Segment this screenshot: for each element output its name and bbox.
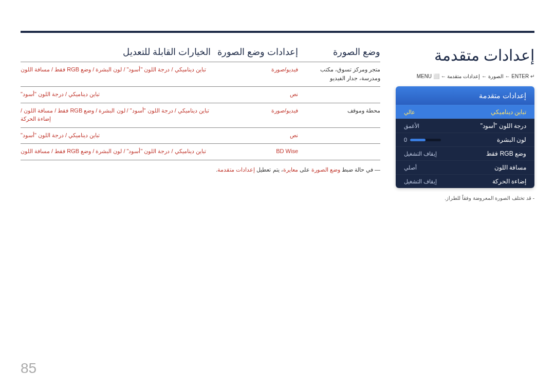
- fn-r3: إعدادات متقدمة: [217, 166, 255, 173]
- cell-opts: تباين ديناميكي / درجة اللون "أسود" / لون…: [21, 65, 211, 82]
- table-row: متجر ومركز تسوق، مكتب ومدرسة، جدار الفيد…: [21, 62, 380, 86]
- menu-row-motion-lighting[interactable]: إضاءة الحركة إيقاف التشغيل: [396, 174, 534, 188]
- menu-row-black-tone[interactable]: درجة اللون "أسود" الأغمق: [396, 119, 534, 133]
- menu-value-slider[interactable]: 0: [404, 137, 441, 143]
- page-title: إعدادات متقدمة: [396, 46, 534, 64]
- menu-label: لون البشرة: [497, 136, 526, 143]
- model-note: - قد تختلف الصورة المعروضة وفقاً للطراز.: [396, 195, 534, 201]
- slider-track: [410, 139, 441, 141]
- table-row: BD Wise تباين ديناميكي / درجة اللون "أسو…: [21, 143, 380, 160]
- menu-label: وضع RGB فقط: [486, 150, 526, 157]
- slider-number: 0: [404, 137, 407, 143]
- menu-row-color-space[interactable]: مسافة اللون أصلي: [396, 160, 534, 174]
- cell-mode: [298, 131, 380, 140]
- fn-pre: ― في حالة ضبط: [340, 166, 380, 173]
- cell-set: فيديو/صورة: [211, 106, 298, 123]
- menu-title: إعدادات متقدمة: [396, 86, 534, 105]
- table-row: نص تباين ديناميكي / درجة اللون "أسود": [21, 86, 380, 103]
- top-rule: [21, 31, 534, 33]
- cell-opts: تباين ديناميكي / درجة اللون "أسود": [21, 131, 211, 140]
- footnote: ― في حالة ضبط وضع الصورة على معايرة، يتم…: [21, 166, 380, 173]
- slider-fill: [410, 139, 425, 141]
- cell-set: BD Wise: [211, 147, 298, 156]
- col-header-opts: الخيارات القابلة للتعديل: [21, 46, 211, 58]
- col-header-set: إعدادات وضع الصورة: [211, 46, 298, 58]
- menu-label: درجة اللون "أسود": [480, 122, 526, 129]
- cell-set: نص: [211, 131, 298, 140]
- menu-row-dynamic-contrast[interactable]: تباين ديناميكي عالي: [396, 105, 534, 119]
- menu-label: إضاءة الحركة: [492, 178, 526, 185]
- breadcrumb: MENU ⬜ ← الصورة ← إعدادات متقدمة ← ENTER…: [396, 73, 534, 79]
- menu-row-flesh-tone[interactable]: لون البشرة 0: [396, 133, 534, 146]
- menu-row-rgb-only[interactable]: وضع RGB فقط إيقاف التشغيل: [396, 146, 534, 160]
- cell-set: نص: [211, 90, 298, 99]
- cell-mode: محطة وموقف: [298, 106, 380, 123]
- fn-r1: وضع الصورة: [311, 166, 340, 173]
- menu-value: أصلي: [404, 164, 417, 171]
- menu-value: عالي: [404, 109, 415, 116]
- table-row: نص تباين ديناميكي / درجة اللون "أسود": [21, 127, 380, 144]
- cell-opts: تباين ديناميكي / درجة اللون "أسود": [21, 90, 211, 99]
- cell-mode: [298, 147, 380, 156]
- settings-menu: إعدادات متقدمة تباين ديناميكي عالي درجة …: [396, 86, 534, 188]
- cell-opts: تباين ديناميكي / درجة اللون "أسود" / لون…: [21, 147, 211, 156]
- cell-opts: تباين ديناميكي / درجة اللون "أسود" / لون…: [21, 106, 211, 123]
- table-row: محطة وموقف فيديو/صورة تباين ديناميكي / د…: [21, 103, 380, 127]
- col-header-mode: وضع الصورة: [298, 46, 380, 58]
- page-number: 85: [21, 360, 36, 377]
- table-header: وضع الصورة إعدادات وضع الصورة الخيارات ا…: [21, 46, 380, 58]
- cell-set: فيديو/صورة: [211, 65, 298, 82]
- fn-r2: معايرة: [283, 166, 298, 173]
- menu-label: تباين ديناميكي: [491, 108, 526, 116]
- fn-mid: على: [298, 166, 311, 173]
- menu-value: الأغمق: [404, 123, 419, 129]
- menu-label: مسافة اللون: [494, 164, 526, 171]
- menu-value: إيقاف التشغيل: [404, 151, 437, 157]
- cell-mode: [298, 90, 380, 99]
- table-body: متجر ومركز تسوق، مكتب ومدرسة، جدار الفيد…: [21, 62, 380, 160]
- fn-post: ، يتم تعطيل: [255, 166, 283, 173]
- menu-value: إيقاف التشغيل: [404, 178, 437, 185]
- menu-rows: تباين ديناميكي عالي درجة اللون "أسود" ال…: [396, 105, 534, 188]
- cell-mode: متجر ومركز تسوق، مكتب ومدرسة، جدار الفيد…: [298, 65, 380, 82]
